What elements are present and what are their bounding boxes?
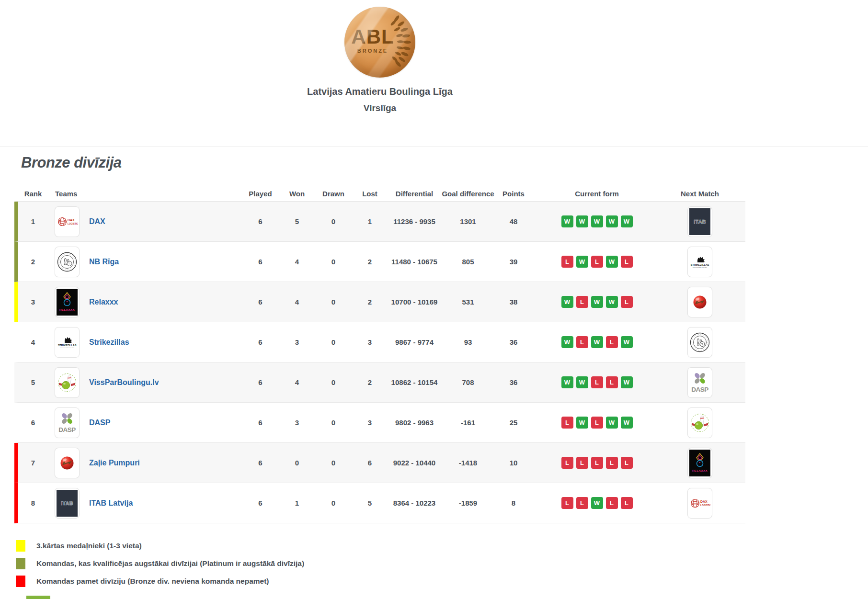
legend: 3.kārtas medaļnieki (1-3 vieta)Komandas,… [16,540,304,593]
header-divider [0,146,868,147]
form-loss-badge: L [606,376,618,388]
form-loss-badge: L [591,457,603,469]
team-link[interactable]: NB Rīga [89,258,119,266]
points-value: 25 [495,418,532,427]
league-subtitle: Virslīga [14,103,745,113]
legend-swatch [16,558,25,569]
next-match-relaxxx-logo: RELAXXX [687,448,712,478]
form-win-badge: W [621,336,633,348]
dasp-logo: DASP [55,407,80,438]
rank-value: 6 [18,418,48,427]
won-value: 4 [279,258,315,266]
next-match-nb-riga-logo [687,327,712,358]
form-win-badge: W [561,336,573,348]
vissparboulingu-logo [55,367,80,398]
legend-item: Komandas pamet divīziju (Bronze div. nev… [16,576,304,587]
drawn-value: 0 [315,499,352,507]
form-win-badge: W [621,376,633,388]
next-match-zalie-pumpuri-logo [687,287,712,317]
points-value: 36 [495,338,532,346]
form-loss-badge: L [561,256,573,268]
svg-text:DASP: DASP [691,386,708,393]
won-value: 4 [279,298,315,306]
next-match-itab-logo: ITAB [687,206,712,237]
form-win-badge: W [576,215,588,227]
next-match-dasp-logo: DASP [687,367,712,398]
current-form-badges: LWLWL [532,256,662,268]
svg-text:STRIKEZILLAS: STRIKEZILLAS [58,343,77,346]
table-row: 4 STRIKEZILLAS BOWLING BEER & CHEER Stri… [14,322,745,362]
team-link[interactable]: DAX [89,217,105,226]
lost-value: 6 [352,459,388,467]
lost-value: 2 [352,298,388,306]
differential-value: 11480 - 10675 [388,258,441,266]
column-header-rank: Rank [18,190,48,198]
form-win-badge: W [561,376,573,388]
dax-logistic-logo: DAX LOGISTIC [55,206,80,237]
goal-difference-value: -1418 [441,459,495,467]
svg-text:ITAB: ITAB [694,218,706,224]
current-form-badges: WLWWL [532,296,662,308]
form-loss-badge: L [576,497,588,509]
points-value: 10 [495,459,532,467]
points-value: 48 [495,217,532,226]
form-loss-badge: L [621,296,633,308]
legend-item: 3.kārtas medaļnieki (1-3 vieta) [16,540,304,552]
played-value: 6 [242,217,279,226]
goal-difference-value: -161 [441,418,495,427]
form-loss-badge: L [576,296,588,308]
svg-text:ITAB: ITAB [61,500,73,506]
drawn-value: 0 [315,459,352,467]
team-link[interactable]: Relaxxx [89,298,118,306]
goal-difference-value: 708 [441,378,495,386]
team-link[interactable]: Zaļie Pumpuri [89,459,140,467]
table-header-row: Rank Teams Played Won Drawn Lost Differe… [14,186,745,202]
form-win-badge: W [591,296,603,308]
form-loss-badge: L [621,497,633,509]
next-match-vissparboulingu-logo [687,407,712,438]
legend-swatch-partial [26,596,50,599]
team-link[interactable]: Strikezillas [89,338,129,346]
drawn-value: 0 [315,378,352,386]
form-loss-badge: L [576,457,588,469]
form-win-badge: W [576,417,588,429]
goal-difference-value: 531 [441,298,495,306]
drawn-value: 0 [315,418,352,427]
table-row: 7 Zaļie Pumpuri 6 0 0 6 9022 - 10440 -14… [14,443,745,483]
lost-value: 1 [352,217,388,226]
rank-value: 8 [18,499,48,507]
form-win-badge: W [576,376,588,388]
medal-sheen [344,7,415,78]
form-win-badge: W [606,417,618,429]
column-header-current-form: Current form [532,190,662,198]
goal-difference-value: 805 [441,258,495,266]
form-loss-badge: L [621,256,633,268]
strikezillas-logo: STRIKEZILLAS BOWLING BEER & CHEER [55,327,80,358]
team-link[interactable]: ITAB Latvija [89,499,133,507]
column-header-differential: Differential [388,190,441,198]
form-loss-badge: L [561,457,573,469]
team-link[interactable]: VissParBoulingu.lv [89,378,159,386]
svg-text:DASP: DASP [58,426,76,433]
differential-value: 11236 - 9935 [388,217,441,226]
rank-value: 3 [18,298,48,306]
form-win-badge: W [606,215,618,227]
table-body: 1 DAX LOGISTIC DAX 6 5 0 1 11236 - 9935 … [14,202,745,523]
league-header: ABL BRONZE Latvijas Amatieru Boulinga Lī… [14,7,745,113]
team-link[interactable]: DASP [89,418,110,427]
form-loss-badge: L [591,376,603,388]
itab-logo: ITAB [55,488,80,519]
abl-bronze-medal-logo: ABL BRONZE [344,7,415,78]
lost-value: 2 [352,258,388,266]
differential-value: 9867 - 9774 [388,338,441,346]
form-win-badge: W [621,417,633,429]
form-loss-badge: L [606,497,618,509]
legend-swatch [16,576,25,587]
rank-value: 1 [18,217,48,226]
goal-difference-value: 1301 [441,217,495,226]
nb-riga-logo [55,247,80,277]
played-value: 6 [242,298,279,306]
differential-value: 9802 - 9963 [388,418,441,427]
played-value: 6 [242,418,279,427]
current-form-badges: WWWWW [532,215,662,227]
